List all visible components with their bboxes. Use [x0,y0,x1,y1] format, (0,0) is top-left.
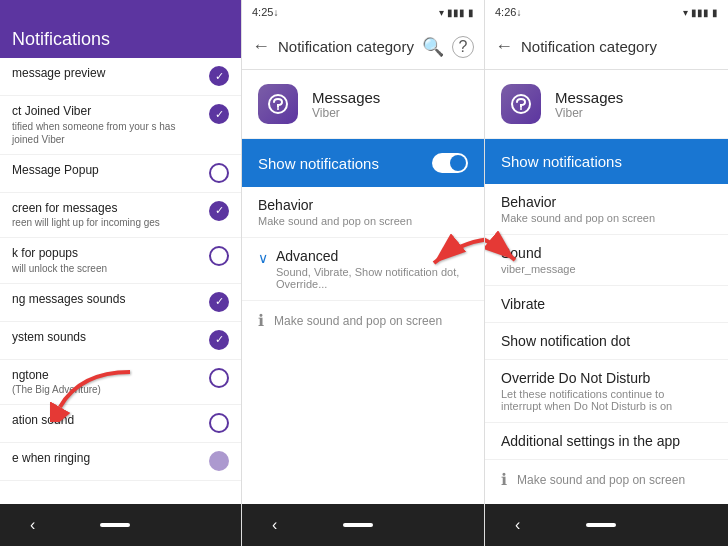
help-button[interactable]: ? [452,36,474,58]
battery-icon: ▮ [468,7,474,18]
toolbar-title: Notification category [521,38,718,55]
advanced-row[interactable]: ∨ Advanced Sound, Vibrate, Show notifica… [242,238,484,301]
list-item[interactable]: ystem sounds [0,322,241,360]
search-button[interactable]: 🔍 [422,36,444,58]
list-item[interactable]: ation sound [0,405,241,443]
battery-icon: ▮ [712,7,718,18]
sound-row[interactable]: Sound viber_message [485,235,728,286]
show-notifications-label: Show notifications [258,155,379,172]
wifi-icon: ▾ [683,7,688,18]
back-button[interactable]: ← [495,36,513,57]
list-item[interactable]: creen for messages reen will light up fo… [0,193,241,239]
app-name: Messages [555,89,623,106]
app-sub: Viber [555,106,623,120]
advanced-content: Advanced Sound, Vibrate, Show notificati… [276,248,468,290]
list-item[interactable]: Message Popup [0,155,241,193]
navigation-bar: ‹ [485,504,728,546]
toolbar: ← Notification category 🔍 ? [242,24,484,70]
app-info-row: Messages Viber [242,70,484,139]
dnd-row[interactable]: Override Do Not Disturb Let these notifi… [485,360,728,423]
behavior-title: Behavior [258,197,468,213]
status-bar: 4:25 ↓ ▾ ▮▮▮ ▮ [242,0,484,24]
svg-point-5 [520,108,522,110]
list-item[interactable]: ngtone (The Big Adventure) [0,360,241,406]
dnd-title: Override Do Not Disturb [501,370,712,386]
checkbox[interactable] [209,292,229,312]
notifications-header: Notifications [0,0,241,58]
app-sub: Viber [312,106,380,120]
dnd-sub: Let these notifications continue to inte… [501,388,712,412]
notifications-toggle[interactable] [432,153,468,173]
list-item[interactable]: k for popups will unlock the screen [0,238,241,284]
app-name-group: Messages Viber [312,89,380,120]
panel-notification-category-collapsed: 4:25 ↓ ▾ ▮▮▮ ▮ ← Notification category 🔍… [242,0,485,546]
back-button[interactable]: ← [252,36,270,57]
checkbox[interactable] [209,451,229,471]
status-icons: ▾ ▮▮▮ ▮ [683,7,718,18]
checkbox[interactable] [209,246,229,266]
additional-settings-title: Additional settings in the app [501,433,712,449]
svg-point-2 [277,108,279,110]
back-nav-btn[interactable]: ‹ [515,516,520,534]
checkbox[interactable] [209,368,229,388]
viber-app-icon [258,84,298,124]
behavior-row[interactable]: Behavior Make sound and pop on screen [485,184,728,235]
app-name-group: Messages Viber [555,89,623,120]
advanced-title: Advanced [276,248,468,264]
viber-app-icon [501,84,541,124]
list-item[interactable]: ng messages sounds [0,284,241,322]
navigation-bar: ‹ [0,504,241,546]
home-nav-btn[interactable] [343,523,373,527]
info-row: ℹ Make sound and pop on screen [485,460,728,499]
panel-notifications: Notifications message preview ct Joined … [0,0,242,546]
behavior-row[interactable]: Behavior Make sound and pop on screen [242,187,484,238]
vibrate-title: Vibrate [501,296,712,312]
additional-settings-row[interactable]: Additional settings in the app [485,423,728,460]
behavior-title: Behavior [501,194,712,210]
checkbox[interactable] [209,330,229,350]
info-text: Make sound and pop on screen [274,314,442,328]
show-dot-row[interactable]: Show notification dot [485,323,728,360]
toolbar-title: Notification category [278,38,414,55]
info-text: Make sound and pop on screen [517,473,685,487]
home-nav-btn[interactable] [100,523,130,527]
chevron-down-icon: ∨ [258,250,268,266]
status-bar: 4:26 ↓ ▾ ▮▮▮ ▮ [485,0,728,24]
list-item[interactable]: message preview [0,58,241,96]
notifications-list: message preview ct Joined Viber tified w… [0,58,241,504]
signal-icon: ▮▮▮ [447,7,465,18]
show-notifications-label: Show notifications [501,153,622,170]
back-nav-btn[interactable]: ‹ [272,516,277,534]
status-time: 4:26 [495,6,516,18]
sound-title: Sound [501,245,712,261]
home-nav-btn[interactable] [586,523,616,527]
checkbox[interactable] [209,163,229,183]
show-notifications-row[interactable]: Show notifications [242,139,484,187]
app-name: Messages [312,89,380,106]
show-dot-title: Show notification dot [501,333,712,349]
wifi-icon: ▾ [439,7,444,18]
signal-icon: ▮▮▮ [691,7,709,18]
vibrate-row[interactable]: Vibrate [485,286,728,323]
checkbox[interactable] [209,66,229,86]
checkbox[interactable] [209,104,229,124]
status-time: 4:25 [252,6,273,18]
app-info-row: Messages Viber [485,70,728,139]
list-item[interactable]: ct Joined Viber tified when someone from… [0,96,241,155]
status-icon-download: ↓ [516,7,521,18]
info-icon: ℹ [501,470,507,489]
behavior-sub: Make sound and pop on screen [501,212,712,224]
behavior-sub: Make sound and pop on screen [258,215,468,227]
status-icon-download: ↓ [273,7,278,18]
show-notifications-row[interactable]: Show notifications [485,139,728,184]
status-icons: ▾ ▮▮▮ ▮ [439,7,474,18]
toolbar: ← Notification category [485,24,728,70]
checkbox[interactable] [209,201,229,221]
info-row: ℹ Make sound and pop on screen [242,301,484,340]
notifications-title: Notifications [12,29,110,50]
advanced-sub: Sound, Vibrate, Show notification dot, O… [276,266,468,290]
list-item[interactable]: e when ringing [0,443,241,481]
back-nav-btn[interactable]: ‹ [30,516,35,534]
checkbox[interactable] [209,413,229,433]
info-icon: ℹ [258,311,264,330]
